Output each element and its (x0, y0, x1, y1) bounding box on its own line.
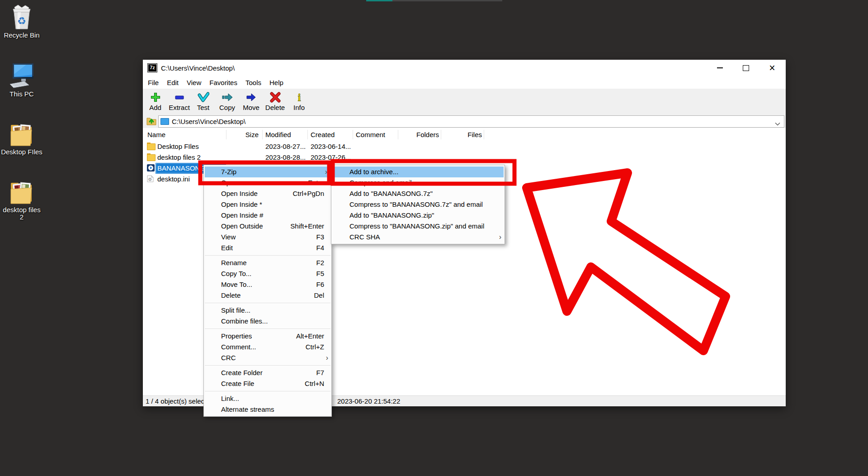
context-menu-item-split-file[interactable]: Split file... (204, 305, 331, 316)
close-button[interactable]: × (762, 60, 783, 76)
extract-button[interactable]: Extract (168, 91, 191, 111)
submenu-item-compress-7z-email[interactable]: Compress to "BANANASONG.7z" and email (331, 199, 505, 210)
file-row[interactable]: Desktop FIles 2023-08-27... 2023-06-14..… (143, 141, 786, 152)
close-icon: × (769, 63, 775, 72)
submenu-item-add-to-7z[interactable]: Add to "BANANASONG.7z" (331, 188, 505, 199)
menu-edit[interactable]: Edit (163, 77, 183, 88)
context-menu-item-7zip[interactable]: 7-Zip› (205, 167, 330, 177)
status-timestamp: 2023-06-20 21:54:22 (337, 397, 400, 405)
media-file-icon (147, 164, 155, 171)
add-plus-icon (150, 91, 161, 103)
maximize-icon (743, 65, 749, 71)
desktop-icon-desktop-files[interactable]: Desktop FIles (0, 121, 43, 156)
context-menu-item-link[interactable]: Link... (204, 393, 331, 404)
chevron-down-icon[interactable] (775, 119, 780, 127)
context-menu-item-create-file[interactable]: Create FileCtrl+N (204, 378, 331, 389)
submenu-item-crc-sha[interactable]: CRC SHA› (331, 232, 505, 243)
menu-file[interactable]: File (144, 77, 163, 88)
context-menu-item-open-inside-star[interactable]: Open Inside * (204, 199, 331, 210)
context-menu-item-properties[interactable]: PropertiesAlt+Enter (204, 331, 331, 342)
address-bar: C:\Users\Vince\Desktop\ (143, 114, 786, 129)
context-menu-item-open[interactable]: OpenEnter (204, 177, 331, 188)
context-menu-item-combine-files[interactable]: Combine files... (204, 316, 331, 327)
column-header-name[interactable]: Name (147, 131, 165, 138)
test-button[interactable]: Test (192, 91, 215, 111)
recycle-glyph: ♻ (17, 15, 26, 27)
address-combobox[interactable]: C:\Users\Vince\Desktop\ (158, 115, 784, 128)
svg-text:i: i (297, 92, 301, 103)
recycle-bin-icon: ♻ (10, 5, 33, 30)
desktop-icon-desktop-files-2[interactable]: desktop files 2 (0, 179, 43, 221)
window-title: C:\Users\Vince\Desktop\ (161, 64, 235, 72)
menu-favorites[interactable]: Favorites (205, 77, 241, 88)
submenu-arrow-icon: › (499, 232, 501, 243)
menu-separator (205, 303, 330, 303)
delete-button[interactable]: Delete (264, 91, 287, 111)
list-header: Name Size Modified Created Comment Folde… (143, 128, 786, 141)
menu-separator (205, 365, 330, 366)
7zip-app-icon: 7z (147, 63, 157, 72)
context-menu-item-view[interactable]: ViewF3 (204, 232, 331, 243)
column-header-files[interactable]: Files (443, 131, 482, 138)
this-pc-icon (9, 62, 34, 89)
menu-tools[interactable]: Tools (241, 77, 265, 88)
add-button[interactable]: Add (144, 91, 167, 111)
submenu-arrow-icon: › (325, 167, 327, 177)
move-button[interactable]: Move (240, 91, 263, 111)
7zip-submenu: Add to archive... Compress and email... … (331, 165, 505, 244)
svg-text:⚙: ⚙ (148, 177, 152, 182)
folder-pictures-icon (10, 179, 33, 205)
context-menu: 7-Zip› OpenEnter Open InsideCtrl+PgDn Op… (203, 165, 332, 417)
info-button[interactable]: i Info (288, 91, 311, 111)
folder-pictures-icon (10, 121, 33, 147)
copy-arrow-icon (222, 91, 233, 103)
context-menu-item-copy-to[interactable]: Copy To...F5 (204, 268, 331, 279)
delete-x-icon (270, 91, 281, 103)
context-menu-item-rename[interactable]: RenameF2 (204, 257, 331, 268)
submenu-item-compress-zip-email[interactable]: Compress to "BANANASONG.zip" and email (331, 221, 505, 232)
desktop-icon-label: This PC (0, 90, 43, 98)
context-menu-item-move-to[interactable]: Move To...F6 (204, 279, 331, 290)
context-menu-item-comment[interactable]: Comment...Ctrl+Z (204, 342, 331, 352)
menu-separator (205, 328, 330, 329)
info-icon: i (294, 91, 305, 103)
desktop: ♻ Recycle Bin This PC Desktop FIles (0, 0, 868, 476)
context-menu-item-open-inside-hash[interactable]: Open Inside # (204, 210, 331, 221)
desktop-icon-recycle-bin[interactable]: ♻ Recycle Bin (0, 5, 43, 39)
context-menu-item-open-inside[interactable]: Open InsideCtrl+PgDn (204, 188, 331, 199)
column-header-comment[interactable]: Comment (356, 131, 385, 138)
copy-button[interactable]: Copy (216, 91, 239, 111)
column-header-modified[interactable]: Modified (265, 131, 291, 138)
context-menu-item-delete[interactable]: DeleteDel (204, 290, 331, 301)
toolbar: Add Extract Test Copy (143, 89, 786, 117)
maximize-button[interactable] (736, 60, 756, 76)
move-arrow-icon (245, 91, 257, 103)
submenu-item-add-to-archive[interactable]: Add to archive... (332, 167, 504, 177)
context-menu-item-crc[interactable]: CRC› (204, 352, 331, 363)
submenu-item-compress-and-email[interactable]: Compress and email... (331, 177, 505, 188)
minimize-button[interactable] (709, 60, 730, 76)
menu-separator (205, 391, 330, 391)
parent-folder-button[interactable] (146, 116, 157, 126)
menu-view[interactable]: View (183, 77, 205, 88)
up-folder-icon (146, 116, 157, 126)
context-menu-item-edit[interactable]: EditF4 (204, 243, 331, 253)
top-teal-strip (366, 0, 392, 1)
menu-separator (205, 255, 330, 256)
submenu-arrow-icon: › (326, 352, 328, 363)
desktop-icon-label: desktop files 2 (2, 206, 42, 221)
computer-icon (160, 118, 169, 125)
submenu-item-add-to-zip[interactable]: Add to "BANANASONG.zip" (331, 210, 505, 221)
column-header-folders[interactable]: Folders (400, 131, 439, 138)
address-path: C:\Users\Vince\Desktop\ (172, 118, 245, 125)
test-check-icon (198, 91, 209, 103)
context-menu-item-open-outside[interactable]: Open OutsideShift+Enter (204, 221, 331, 232)
title-bar[interactable]: 7z C:\Users\Vince\Desktop\ × (143, 60, 786, 76)
menu-help[interactable]: Help (265, 77, 288, 88)
file-row[interactable]: desktop files 2 2023-08-28... 2023-07-26… (143, 152, 786, 163)
column-header-created[interactable]: Created (311, 131, 335, 138)
column-header-size[interactable]: Size (226, 131, 259, 138)
context-menu-item-create-folder[interactable]: Create FolderF7 (204, 367, 331, 378)
context-menu-item-alternate-streams[interactable]: Alternate streams (204, 404, 331, 415)
desktop-icon-this-pc[interactable]: This PC (0, 62, 43, 98)
